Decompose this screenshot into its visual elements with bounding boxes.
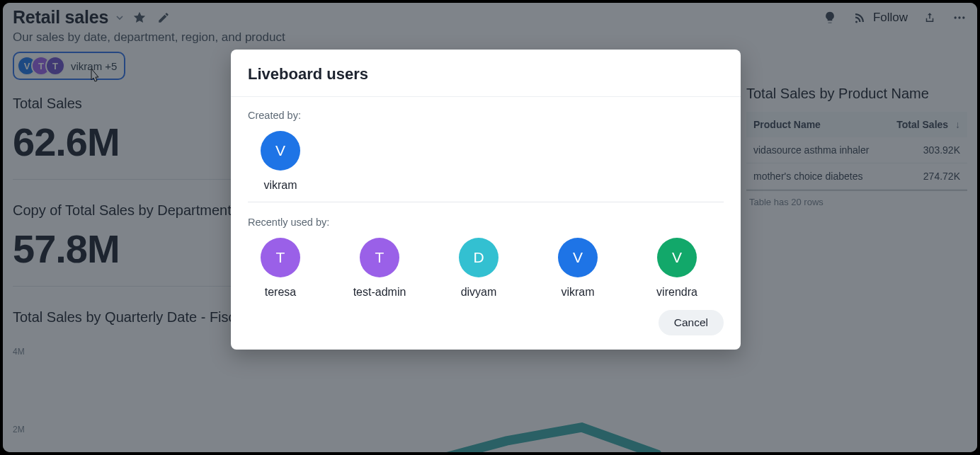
recently-used-label: Recently used by: [248, 217, 724, 228]
svg-point-2 [962, 16, 964, 18]
line-chart [55, 333, 732, 452]
user-name: vikram [263, 179, 297, 192]
svg-point-1 [958, 16, 960, 18]
edit-icon[interactable] [155, 9, 172, 26]
svg-point-0 [955, 16, 957, 18]
avatar: V [261, 131, 300, 171]
cancel-button[interactable]: Cancel [659, 310, 724, 335]
cell-product: mother's choice diabetes [746, 163, 884, 190]
user-name: virendra [656, 286, 697, 299]
sort-desc-icon: ↓ [955, 119, 960, 130]
table-row[interactable]: vidasource asthma inhaler303.92K [746, 137, 967, 163]
created-by-label: Created by: [248, 110, 724, 121]
user-cell[interactable]: Ddivyam [446, 238, 511, 299]
avatar: T [261, 238, 300, 277]
table-by-product: Total Sales by Product Name Product Name… [746, 86, 967, 452]
cell-value: 303.92K [884, 137, 967, 163]
table-footer: Table has 20 rows [746, 190, 967, 213]
y-tick: 2M [13, 425, 25, 434]
cursor-icon [87, 67, 101, 87]
avatar: T [45, 56, 65, 76]
avatar: D [459, 238, 498, 277]
y-tick: 4M [13, 347, 25, 357]
user-name: test-admin [353, 286, 406, 299]
user-name: vikram [561, 286, 594, 299]
user-cell[interactable]: Tteresa [248, 238, 313, 299]
user-chip[interactable]: VTT vikram +5 [13, 52, 125, 80]
user-chip-avatars: VTT [17, 56, 65, 76]
user-cell[interactable]: Vvikram [248, 131, 313, 192]
title-row: Retail sales Follow [13, 7, 967, 28]
modal-title: Liveboard users [248, 65, 724, 83]
card-title: Total Sales by Product Name [746, 86, 967, 102]
liveboard-users-modal: Liveboard users Created by: Vvikram Rece… [231, 50, 741, 350]
avatar: V [657, 238, 697, 277]
user-cell[interactable]: Vvirendra [644, 238, 710, 299]
user-cell[interactable]: Vvikram [545, 238, 610, 299]
more-icon[interactable] [952, 10, 967, 25]
insights-icon[interactable] [822, 10, 838, 25]
page-subtitle: Our sales by date, department, region, a… [13, 30, 967, 45]
divider [248, 202, 724, 202]
avatar: V [558, 238, 598, 277]
follow-label: Follow [873, 11, 908, 25]
favorite-icon[interactable] [131, 9, 148, 26]
user-name: divyam [461, 286, 497, 299]
table-row[interactable]: mother's choice diabetes274.72K [746, 163, 967, 190]
header-actions: Follow [822, 10, 967, 25]
follow-button[interactable]: Follow [852, 10, 908, 25]
rss-icon [852, 10, 867, 25]
cell-value: 274.72K [884, 163, 967, 190]
cell-product: vidasource asthma inhaler [746, 137, 884, 163]
col-total-sales[interactable]: Total Sales ↓ [884, 112, 967, 137]
user-name: teresa [265, 286, 296, 299]
title-dropdown-icon[interactable] [115, 13, 124, 22]
share-icon[interactable] [922, 10, 938, 25]
user-cell[interactable]: Ttest-admin [347, 238, 412, 299]
avatar: T [360, 238, 399, 277]
page-title: Retail sales [13, 7, 108, 28]
col-product[interactable]: Product Name [746, 112, 884, 137]
